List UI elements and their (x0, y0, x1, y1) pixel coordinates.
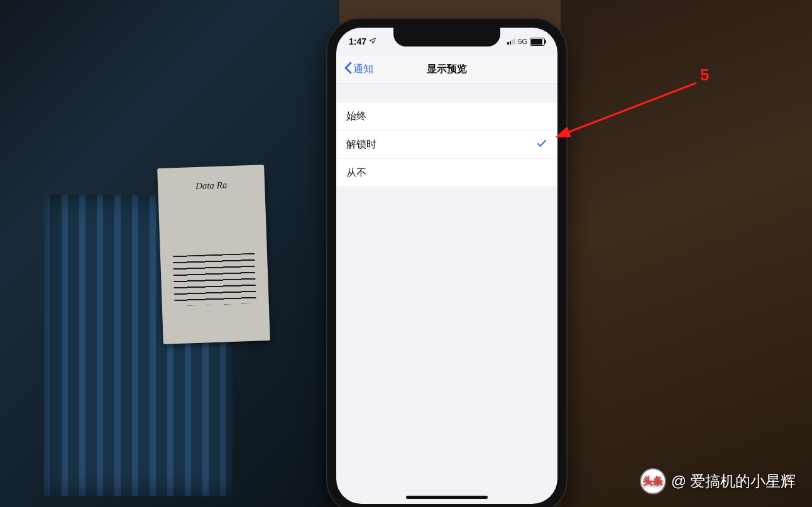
battery-icon (530, 38, 545, 46)
options-list: 始终 解锁时 从不 (336, 102, 557, 187)
back-label: 通知 (353, 63, 373, 76)
location-icon (369, 36, 376, 46)
nav-bar: 通知 显示预览 (336, 55, 557, 84)
chevron-left-icon (344, 62, 352, 77)
option-label: 解锁时 (346, 138, 376, 151)
option-never[interactable]: 从不 (336, 159, 557, 187)
back-button[interactable]: 通知 (340, 55, 377, 83)
page-title: 显示预览 (427, 63, 467, 76)
watermark-name: 爱搞机的小星辉 (690, 471, 796, 491)
backdrop-right (561, 0, 812, 507)
option-label: 从不 (346, 166, 366, 180)
watermark-at: @ (671, 472, 686, 490)
watermark-badge: 头条 (641, 469, 665, 493)
option-always[interactable]: 始终 (336, 102, 557, 131)
backdrop-paper: Data Ra (157, 165, 270, 344)
cellular-signal-icon (507, 38, 515, 45)
notch (393, 28, 500, 46)
status-time: 1:47 (349, 36, 366, 46)
option-label: 始终 (346, 110, 366, 123)
iphone-screen: 1:47 5G 通知 显示预览 (336, 28, 557, 504)
photo-stage: Data Ra 1:47 5G (0, 0, 812, 507)
watermark: 头条 @ 爱搞机的小星辉 (641, 469, 796, 493)
status-left: 1:47 (349, 36, 376, 46)
network-label: 5G (518, 38, 527, 45)
paper-title: Data Ra (158, 178, 265, 193)
paper-barcode (173, 253, 256, 306)
annotation-number: 5 (700, 65, 709, 85)
checkmark-icon (536, 138, 547, 151)
option-when-unlocked[interactable]: 解锁时 (336, 131, 557, 159)
home-indicator[interactable] (406, 496, 488, 499)
status-right: 5G (507, 38, 545, 46)
iphone-frame: 1:47 5G 通知 显示预览 (327, 19, 566, 507)
